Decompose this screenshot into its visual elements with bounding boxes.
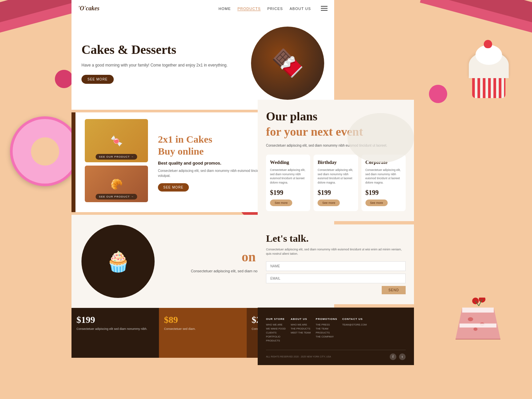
brown-frame-decoration <box>71 112 75 212</box>
plan-cta-wedding[interactable]: See more <box>270 200 292 206</box>
plan-desc-corporate: Consectetuer adipiscing elit, sed diam n… <box>365 168 402 185</box>
nav-link-home[interactable]: HOME <box>218 7 231 11</box>
plan-card-birthday: Birthday Consectetuer adipiscing elit, s… <box>314 155 358 211</box>
footer-col-heading-contact: CONTACT US <box>342 318 367 321</box>
footer-col-promotions: PROMOTIONS THE PRESS THE TEAM PRODUCTS T… <box>316 318 337 343</box>
product-label-1[interactable]: SEE OUR PRODUCT → <box>96 154 137 160</box>
footer-link[interactable]: PRODUCTS <box>316 331 337 334</box>
contact-name-input[interactable] <box>266 261 406 271</box>
footer-link[interactable]: PRODUCTS <box>266 339 286 342</box>
plan-price-corporate: $199 <box>365 189 402 197</box>
hero-subtitle: Have a good morning with your family! Co… <box>81 62 251 68</box>
contact-email-input[interactable] <box>266 274 406 283</box>
footer-link[interactable]: WHO WE ARE <box>266 323 286 326</box>
cupcake-strawberry <box>484 40 492 48</box>
contact-title: Let's talk. <box>266 233 406 244</box>
contact-form: SEND <box>266 261 406 294</box>
footer-link[interactable]: WE MAKE FOOD <box>266 327 286 330</box>
svg-point-4 <box>468 317 473 321</box>
circle-decoration-right <box>429 85 447 103</box>
plan-card-corporate: Corporate Consectetuer adipiscing elit, … <box>361 155 406 211</box>
facebook-icon[interactable]: f <box>390 353 396 360</box>
price-desc-1: Consectetuer adipiscing elit sed diam no… <box>76 327 154 332</box>
cake-slice-decoration <box>452 298 504 341</box>
footer-link[interactable]: THE TEAM <box>316 327 337 330</box>
product-pastry-image: 🥐 SEE OUR PRODUCT → <box>85 166 148 202</box>
footer-link[interactable]: CLIENTS <box>266 331 286 334</box>
svg-point-6 <box>473 328 477 331</box>
circle-decoration-left <box>55 70 73 88</box>
price-amount-2: $89 <box>164 315 241 325</box>
events-cupcake-image: 🧁 <box>81 225 155 298</box>
footer-link[interactable]: THE PRODUCTS <box>291 327 311 330</box>
price-bar-2: $89 Consectetuer sed diam. <box>159 308 246 358</box>
plan-cta-corporate[interactable]: See more <box>365 200 388 206</box>
footer-col-heading-promotions: PROMOTIONS <box>316 318 337 321</box>
footer-link[interactable]: MEET THE TEAM <box>291 331 311 334</box>
footer-columns: OUR STORE WHO WE ARE WE MAKE FOOD CLIENT… <box>266 318 406 343</box>
plan-name-wedding: Wedding <box>270 160 306 165</box>
footer-col-contact: CONTACT US TEAM@STORE.COM <box>342 318 367 343</box>
plan-desc-wedding: Consectetuer adipiscing elit, sed diam n… <box>270 168 306 185</box>
brand-logo: 'O'cakes <box>78 5 99 12</box>
footer-copyright: ALL RIGHTS RESERVED 2020 - 2025 NEW YORK… <box>266 355 331 358</box>
hero-cta-button[interactable]: SEE MORE <box>81 75 114 84</box>
plan-name-birthday: Birthday <box>318 160 354 165</box>
footer-col-store: OUR STORE WHO WE ARE WE MAKE FOOD CLIENT… <box>266 318 286 343</box>
cupcake-decoration <box>462 52 515 111</box>
hero-title: Cakes & Desserts <box>81 43 251 57</box>
right-panel: Our plans for your next event Consectetu… <box>258 0 414 365</box>
product-cta-button[interactable]: SEE MORE <box>158 183 189 192</box>
footer-link[interactable]: PORTFOLIO <box>266 335 286 338</box>
contact-description: Consectetuer adipiscing elit, sed diam n… <box>266 247 406 256</box>
donut-decoration <box>10 116 80 186</box>
donut-hole <box>31 137 59 166</box>
nav-link-products[interactable]: PRODUCTS <box>237 7 261 11</box>
product-macaron-image: 🍬 SEE OUR PRODUCT → <box>85 119 148 162</box>
plan-cta-birthday[interactable]: See more <box>318 200 340 206</box>
plans-section: Our plans for your next event Consectetu… <box>258 100 414 221</box>
footer-bottom: ALL RIGHTS RESERVED 2020 - 2025 NEW YORK… <box>266 350 406 360</box>
social-icons: f t <box>390 353 406 360</box>
footer-email-link[interactable]: TEAM@STORE.COM <box>342 323 367 326</box>
plans-cards: Wedding Consectetuer adipiscing elit, se… <box>266 155 406 211</box>
footer-col-heading-store: OUR STORE <box>266 318 286 321</box>
footer-col-about: ABOUT US WHO WE ARE THE PRODUCTS MEET TH… <box>291 318 311 343</box>
plan-desc-birthday: Consectetuer adipiscing elit, sed diam n… <box>318 168 354 185</box>
twitter-icon[interactable]: t <box>399 353 406 360</box>
price-bar-1: $199 Consectetuer adipiscing elit sed di… <box>71 308 159 358</box>
price-amount-1: $199 <box>76 315 154 325</box>
product-label-2[interactable]: SEE OUR PRODUCT → <box>96 194 137 200</box>
plan-price-wedding: $199 <box>270 189 306 197</box>
cupcake-body <box>472 78 505 98</box>
footer: OUR STORE WHO WE ARE WE MAKE FOOD CLIENT… <box>258 308 414 365</box>
footer-link[interactable]: THE COMPANY <box>316 335 337 338</box>
cupcake-top <box>469 52 509 78</box>
footer-link[interactable]: WHO WE ARE <box>291 323 311 326</box>
contact-send-button[interactable]: SEND <box>382 286 406 294</box>
product-images: 🍬 SEE OUR PRODUCT → 🥐 SEE OUR PRODUCT → <box>85 119 148 205</box>
footer-col-heading-about: ABOUT US <box>291 318 311 321</box>
footer-link[interactable]: THE PRESS <box>316 323 337 326</box>
plans-bg-shape <box>347 113 414 163</box>
hero-text: Cakes & Desserts Have a good morning wit… <box>81 43 251 84</box>
svg-point-1 <box>479 298 485 303</box>
contact-section: Let's talk. Consectetuer adipiscing elit… <box>258 224 414 304</box>
plan-price-birthday: $199 <box>318 189 354 197</box>
plan-card-wedding: Wedding Consectetuer adipiscing elit, se… <box>266 155 310 211</box>
price-desc-2: Consectetuer sed diam. <box>164 327 241 332</box>
